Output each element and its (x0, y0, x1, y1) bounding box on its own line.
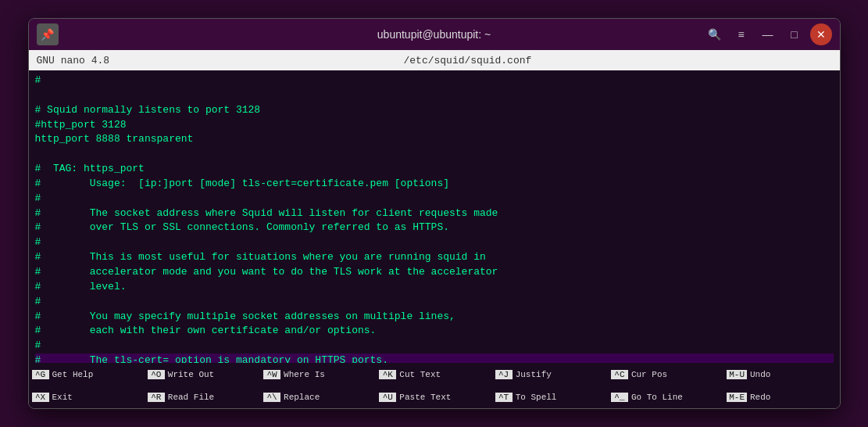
shortcut-label: Justify (516, 370, 552, 379)
shortcut-label: Go To Line (631, 393, 683, 402)
shortcut-item: ^\Replace (260, 391, 376, 404)
shortcut-key: ^\ (263, 393, 280, 402)
shortcut-item: ^RRead File (145, 391, 260, 404)
shortcut-label: Write Out (168, 370, 214, 379)
shortcut-label: Redo (750, 393, 770, 402)
shortcut-item: ^_Go To Line (608, 391, 723, 404)
titlebar-left: 📌 (37, 23, 59, 45)
shortcut-label: Undo (750, 370, 770, 379)
minimize-button[interactable]: — (757, 23, 779, 45)
shortcut-key: ^W (263, 370, 280, 379)
search-button[interactable]: 🔍 (704, 23, 726, 45)
shortcut-label: Replace (284, 393, 320, 402)
terminal-window: 📌 ubuntupit@ubuntupit: ~ 🔍 ≡ — □ ✕ GNU n… (28, 18, 841, 409)
shortcut-item: ^XExit (29, 391, 145, 404)
nano-header-right (826, 55, 832, 66)
shortcut-item: M-ERedo (723, 391, 839, 404)
shortcut-key: ^G (32, 370, 49, 379)
nano-filename: /etc/squid/squid.conf (403, 55, 531, 66)
nano-version: GNU nano 4.8 (37, 55, 110, 66)
close-button[interactable]: ✕ (810, 23, 832, 45)
shortcut-key: M-U (727, 370, 747, 379)
shortcut-key: ^O (148, 370, 165, 379)
shortcut-key: M-E (727, 393, 747, 402)
shortcut-item: ^OWrite Out (145, 368, 260, 381)
shortcut-key: ^J (495, 370, 513, 379)
statusbar: ^GGet Help^OWrite Out^WWhere Is^KCut Tex… (29, 363, 840, 408)
titlebar-right: 🔍 ≡ — □ ✕ (704, 23, 832, 45)
shortcut-row-2: ^XExit^RRead File^\Replace^UPaste Text^T… (29, 386, 840, 408)
shortcut-label: Exit (52, 393, 73, 402)
editor-area[interactable]: # # Squid normally listens to port 3128 … (29, 70, 840, 363)
shortcut-key: ^U (379, 393, 396, 402)
titlebar: 📌 ubuntupit@ubuntupit: ~ 🔍 ≡ — □ ✕ (29, 19, 840, 50)
shortcut-item: ^TTo Spell (492, 391, 608, 404)
shortcut-item: ^CCur Pos (608, 368, 723, 381)
shortcut-item: ^UPaste Text (376, 391, 491, 404)
shortcut-label: Where Is (284, 370, 325, 379)
shortcut-key: ^T (495, 393, 513, 402)
shortcut-item: ^GGet Help (29, 368, 145, 381)
shortcut-key: ^_ (611, 393, 628, 402)
shortcut-item: ^KCut Text (376, 368, 491, 381)
shortcut-key: ^C (611, 370, 628, 379)
shortcut-item: ^JJustify (492, 368, 608, 381)
nano-header: GNU nano 4.8 /etc/squid/squid.conf (29, 50, 840, 70)
maximize-button[interactable]: □ (784, 23, 805, 45)
shortcut-label: Get Help (52, 370, 94, 379)
shortcut-item: ^WWhere Is (260, 368, 376, 381)
shortcut-row-1: ^GGet Help^OWrite Out^WWhere Is^KCut Tex… (29, 363, 840, 386)
shortcut-label: To Spell (516, 393, 557, 402)
editor-content: # # Squid normally listens to port 3128 … (35, 74, 834, 363)
shortcut-key: ^R (148, 393, 165, 402)
window-title: ubuntupit@ubuntupit: ~ (377, 28, 491, 41)
menu-button[interactable]: ≡ (730, 23, 752, 45)
shortcut-key: ^K (379, 370, 396, 379)
shortcut-item: M-UUndo (723, 368, 839, 381)
pin-button[interactable]: 📌 (37, 23, 59, 45)
shortcut-key: ^X (32, 393, 49, 402)
shortcut-label: Paste Text (399, 393, 451, 402)
shortcut-label: Read File (168, 393, 214, 402)
shortcut-label: Cur Pos (631, 370, 667, 379)
shortcut-label: Cut Text (399, 370, 441, 379)
